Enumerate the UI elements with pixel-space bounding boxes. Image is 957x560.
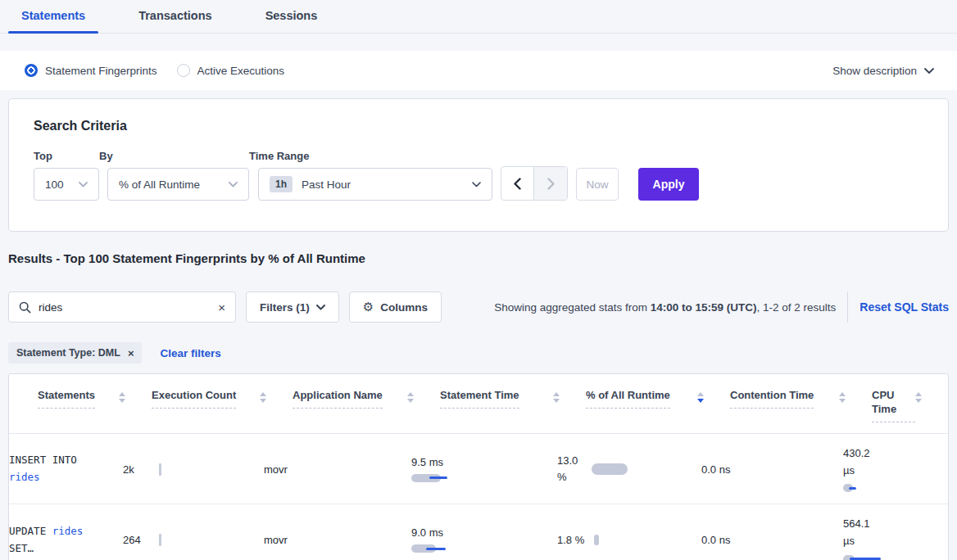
sort-icon[interactable] [119, 389, 125, 403]
statement-fingerprint-cell[interactable]: UPDATE rides SET… [9, 523, 107, 557]
by-label: By [99, 150, 249, 162]
time-range-select[interactable]: 1h Past Hour [258, 168, 492, 201]
chevron-down-icon [316, 305, 325, 310]
statement-time-value: 9.0 ms [411, 526, 549, 539]
execution-count-cell: 2k [123, 463, 264, 476]
cpu-time-value: 430.2 µs [843, 445, 878, 480]
stats-note-range: 14:00 to 15:59 (UTC) [651, 301, 757, 314]
column-header-label: Statements [38, 389, 95, 409]
column-header-statements[interactable]: Statements [38, 389, 152, 422]
view-mode-radio-group: Statement Fingerprints Active Executions [25, 64, 284, 77]
view-toggle-bar: Statement Fingerprints Active Executions… [0, 51, 957, 90]
column-header-label: Application Name [293, 389, 383, 409]
columns-button-label: Columns [380, 301, 428, 314]
chevron-down-icon [79, 182, 88, 187]
search-input[interactable] [39, 301, 218, 314]
by-select[interactable]: % of All Runtime [107, 168, 249, 201]
sort-icon-active-desc[interactable] [697, 389, 704, 403]
clear-filters-link[interactable]: Clear filters [160, 347, 220, 359]
execution-count-cell: 264 [123, 534, 264, 546]
sort-icon[interactable] [553, 389, 560, 403]
previous-time-window-button[interactable] [501, 167, 534, 200]
statement-search-box[interactable]: × [8, 291, 236, 323]
execution-count-bar [159, 534, 161, 546]
top-field: Top 100 [34, 150, 99, 201]
gear-icon: ⚙ [363, 301, 374, 314]
sort-icon[interactable] [407, 389, 414, 403]
sort-icon[interactable] [839, 389, 846, 403]
active-filters-row: Statement Type: DML × Clear filters [8, 342, 949, 364]
column-header-application-name[interactable]: Application Name [293, 389, 440, 422]
chevron-down-icon [472, 182, 481, 187]
stats-note-suffix: , 1-2 of 2 results [757, 301, 837, 314]
contention-time-cell: 0.0 ns [701, 534, 843, 546]
time-range-badge: 1h [270, 176, 293, 192]
contention-time-cell: 0.0 ns [701, 463, 843, 476]
time-window-arrows [501, 166, 568, 201]
execution-count-value: 264 [123, 534, 159, 546]
table-row[interactable]: UPDATE rides SET… 264 movr 9.0 ms 1.8 % … [9, 504, 948, 560]
table-row[interactable]: INSERT INTO rides 2k movr 9.5 ms 13.0 % … [9, 434, 948, 505]
column-header-execution-count[interactable]: Execution Count [152, 389, 293, 422]
percent-runtime-value: 1.8 % [557, 534, 584, 546]
filters-button[interactable]: Filters (1) [246, 291, 339, 323]
column-header-label: Execution Count [152, 389, 236, 409]
next-time-window-button[interactable] [534, 167, 567, 200]
statement-time-value: 9.5 ms [411, 456, 549, 468]
search-criteria-form: Top 100 By % of All Runtime Time Range 1… [34, 150, 919, 201]
sql-activity-tab-bar: Statements Transactions Sessions [0, 0, 957, 34]
tab-sessions[interactable]: Sessions [265, 9, 318, 33]
sort-icon[interactable] [915, 389, 922, 403]
cpu-time-bar [843, 554, 900, 560]
cpu-time-cell: 564.1 µs [843, 516, 948, 560]
show-description-toggle[interactable]: Show description [832, 65, 934, 77]
columns-button[interactable]: ⚙ Columns [349, 291, 442, 323]
statement-text: INSERT INTO [9, 454, 77, 466]
vertical-divider [847, 291, 848, 323]
application-name-cell: movr [264, 534, 411, 546]
top-select[interactable]: 100 [34, 168, 99, 201]
radio-statement-fingerprints[interactable]: Statement Fingerprints [25, 64, 157, 77]
statement-text: SET… [9, 542, 34, 554]
filters-button-label: Filters (1) [260, 301, 310, 314]
radio-selected-icon[interactable] [25, 64, 38, 77]
tab-statements[interactable]: Statements [21, 9, 85, 33]
aggregated-stats-note: Showing aggregated stats from 14:00 to 1… [494, 301, 836, 314]
show-description-label: Show description [832, 65, 917, 77]
statements-table: Statements Execution Count Application N… [8, 373, 949, 560]
percent-runtime-value: 13.0 % [557, 453, 582, 485]
radio-unselected-icon[interactable] [177, 64, 190, 77]
execution-count-value: 2k [123, 463, 159, 476]
column-header-cpu-time[interactable]: CPU Time [872, 389, 948, 422]
cpu-time-value: 564.1 µs [843, 516, 878, 550]
filter-chip-statement-type[interactable]: Statement Type: DML × [8, 342, 142, 364]
table-header-row: Statements Execution Count Application N… [9, 374, 948, 434]
percent-runtime-bar [594, 535, 599, 545]
statement-link[interactable]: rides [9, 471, 40, 483]
radio-label: Active Executions [197, 65, 285, 77]
radio-active-executions[interactable]: Active Executions [177, 64, 285, 77]
cpu-time-bar [843, 483, 900, 493]
results-heading: Results - Top 100 Statement Fingerprints… [8, 251, 949, 265]
application-name-cell: movr [264, 463, 411, 476]
remove-filter-icon[interactable]: × [128, 348, 134, 359]
column-header-contention-time[interactable]: Contention Time [730, 389, 872, 422]
percent-runtime-bar [592, 463, 628, 475]
statement-time-bar [411, 473, 469, 483]
statement-link[interactable]: rides [52, 525, 84, 537]
clear-search-icon[interactable]: × [218, 301, 225, 314]
percent-runtime-cell: 1.8 % [557, 534, 701, 546]
column-header-percent-of-all-runtime[interactable]: % of All Runtime [586, 389, 730, 422]
now-button[interactable]: Now [576, 168, 619, 201]
filter-chip-label: Statement Type: DML [16, 347, 120, 359]
cpu-time-cell: 430.2 µs [843, 445, 948, 494]
statement-text: UPDATE [9, 525, 46, 537]
reset-sql-stats-link[interactable]: Reset SQL Stats [859, 300, 949, 314]
statement-fingerprint-cell[interactable]: INSERT INTO rides [9, 452, 107, 485]
column-header-statement-time[interactable]: Statement Time [440, 389, 586, 422]
column-header-label: Contention Time [730, 389, 814, 409]
tab-transactions[interactable]: Transactions [138, 9, 211, 33]
apply-button[interactable]: Apply [638, 168, 699, 201]
sort-icon[interactable] [260, 389, 266, 403]
column-header-label: % of All Runtime [586, 389, 670, 409]
